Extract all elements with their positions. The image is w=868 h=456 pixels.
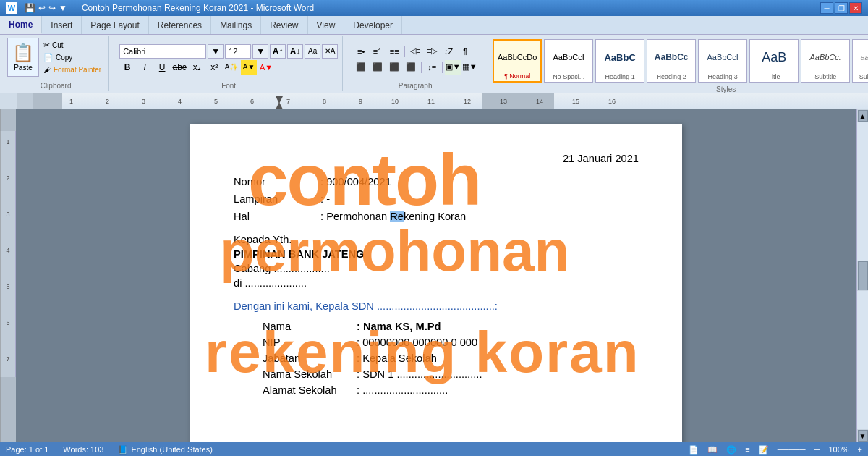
strikethrough-button[interactable]: abc <box>171 60 187 75</box>
svg-text:14: 14 <box>536 98 543 105</box>
increase-indent-button[interactable]: ≡▷ <box>424 44 440 59</box>
font-name-input[interactable] <box>119 44 206 59</box>
document-area: 1 2 3 4 5 6 7 contoh permohonan rekening… <box>0 109 868 442</box>
doc-field-hal: Hal : Permohonan Rekening Koran <box>234 211 639 222</box>
nomor-label: Nomor <box>234 176 320 187</box>
style-subtleem[interactable]: aaBbCcL Subtle Em... <box>852 39 868 83</box>
tab-view[interactable]: View <box>308 16 345 34</box>
style-heading2[interactable]: AaBbCc Heading 2 <box>647 39 696 83</box>
subscript-button[interactable]: x₂ <box>189 60 205 75</box>
app-icon: W <box>6 2 17 14</box>
clipboard-label: Clipboard <box>41 80 72 90</box>
quick-access-save[interactable]: 💾 <box>25 3 35 13</box>
view-web-layout[interactable]: 🌐 <box>726 445 736 455</box>
style-heading1[interactable]: AaBbC Heading 1 <box>595 39 644 83</box>
status-language[interactable]: 📘 English (United States) <box>118 445 213 455</box>
svg-rect-24 <box>0 377 16 442</box>
highlight-button[interactable]: A▼ <box>241 60 257 75</box>
scroll-down-button[interactable]: ▼ <box>858 430 868 442</box>
font-content: ▼ ▼ A↑ A↓ Aa ✕A B I U abc x₂ x² <box>119 38 338 80</box>
font-color-button[interactable]: A▼ <box>258 60 274 75</box>
close-button[interactable]: ✕ <box>849 2 862 14</box>
style-heading1-preview: AaBbC <box>597 41 642 73</box>
align-right-button[interactable]: ⬛ <box>386 60 402 75</box>
sort-button[interactable]: ↕Z <box>441 44 456 59</box>
decrease-indent-button[interactable]: ◁≡ <box>407 44 423 59</box>
doc-person-sekolah: Nama Sekolah : SDN 1 ...................… <box>234 368 639 380</box>
zoom-percent[interactable]: 100% <box>828 445 848 454</box>
scrollbar[interactable]: ▲ ▼ <box>856 109 868 442</box>
align-center-button[interactable]: ⬛ <box>370 60 386 75</box>
view-full-reading[interactable]: 📖 <box>707 445 718 455</box>
jabatan-value: : Kepala Sekolah <box>357 352 639 364</box>
quick-access-redo[interactable]: ↪ <box>48 3 56 13</box>
text-effects-button[interactable]: A✨ <box>224 60 239 75</box>
view-draft[interactable]: 📝 <box>759 445 769 455</box>
svg-text:12: 12 <box>464 98 471 105</box>
tab-mailings[interactable]: Mailings <box>211 16 261 34</box>
bullets-button[interactable]: ≡• <box>353 44 369 59</box>
tab-pagelayout[interactable]: Page Layout <box>82 16 148 34</box>
change-case-button[interactable]: Aa <box>305 44 320 59</box>
borders-button[interactable]: ▦▼ <box>461 60 477 75</box>
tab-review[interactable]: Review <box>261 16 307 34</box>
document-canvas[interactable]: contoh permohonan rekening koran www.tas… <box>16 109 856 442</box>
align-left-button[interactable]: ⬛ <box>353 60 369 75</box>
justify-button[interactable]: ⬛ <box>403 60 419 75</box>
restore-button[interactable]: ❐ <box>835 2 848 14</box>
style-nospacing-label: No Spaci... <box>553 73 584 80</box>
zoom-out-button[interactable]: ─ <box>814 445 820 454</box>
font-name-dropdown[interactable]: ▼ <box>208 44 224 59</box>
show-marks-button[interactable]: ¶ <box>457 44 473 59</box>
zoom-level: ───── <box>778 445 806 454</box>
svg-text:13: 13 <box>500 98 507 105</box>
document-date: 21 Januari 2021 <box>234 153 639 164</box>
shading-button[interactable]: ▣▼ <box>445 60 461 75</box>
font-size-dropdown[interactable]: ▼ <box>252 44 268 59</box>
style-title[interactable]: AaB Title <box>749 39 799 83</box>
view-print-layout[interactable]: 📄 <box>689 445 699 455</box>
scroll-up-button[interactable]: ▲ <box>858 110 868 122</box>
underline-button[interactable]: U <box>154 60 170 75</box>
minimize-button[interactable]: ─ <box>820 2 833 14</box>
view-outline[interactable]: ≡ <box>745 445 749 454</box>
italic-button[interactable]: I <box>137 60 153 75</box>
increase-font-button[interactable]: A↑ <box>270 44 286 59</box>
svg-text:1: 1 <box>69 98 73 105</box>
tab-references[interactable]: References <box>149 16 211 34</box>
style-heading3[interactable]: AaBbCcI Heading 3 <box>698 39 747 83</box>
cut-button[interactable]: ✂ Cut <box>41 40 104 51</box>
tab-insert[interactable]: Insert <box>42 16 82 34</box>
style-heading2-preview: AaBbCc <box>649 41 694 73</box>
tab-developer[interactable]: Developer <box>344 16 402 34</box>
tab-home[interactable]: Home <box>0 16 42 34</box>
style-nospacing[interactable]: AaBbCcI No Spaci... <box>544 39 593 83</box>
window-controls: ─ ❐ ✕ <box>820 2 862 14</box>
sekolah-value: : SDN 1 ............................. <box>357 368 639 380</box>
jabatan-label: Jabatan <box>263 352 357 364</box>
superscript-button[interactable]: x² <box>206 60 222 75</box>
multilevel-button[interactable]: ≡≡ <box>386 44 402 59</box>
style-normal[interactable]: AaBbCcDo ¶ Normal <box>493 39 542 83</box>
nama-label: Nama <box>263 321 357 332</box>
bold-button[interactable]: B <box>119 60 135 75</box>
svg-rect-2 <box>33 93 62 109</box>
font-size-input[interactable] <box>225 44 251 59</box>
zoom-in-button[interactable]: + <box>858 445 862 454</box>
decrease-font-button[interactable]: A↓ <box>287 44 303 59</box>
format-painter-button[interactable]: 🖌 Format Painter <box>41 64 104 75</box>
svg-text:6: 6 <box>6 319 9 326</box>
scroll-thumb[interactable] <box>858 261 868 290</box>
numbering-button[interactable]: ≡1 <box>370 44 386 59</box>
line-spacing-button[interactable]: ↕≡ <box>424 60 440 75</box>
alamat-label: Alamat Sekolah <box>263 384 357 396</box>
style-subtitle[interactable]: AaBbCc. Subtitle <box>801 39 850 83</box>
doc-intro: Dengan ini kami, Kepala SDN ............… <box>234 300 639 312</box>
ruler-inner: 1 2 3 4 5 6 7 8 9 10 11 12 13 14 15 16 <box>33 93 868 109</box>
clear-format-button[interactable]: ✕A <box>322 44 338 59</box>
quick-access-undo[interactable]: ↩ <box>38 3 46 13</box>
style-title-label: Title <box>768 73 780 80</box>
copy-button[interactable]: 📄 Copy <box>41 52 104 63</box>
quick-access-more[interactable]: ▼ <box>59 3 67 13</box>
paste-button[interactable]: 📋 Paste <box>7 38 39 77</box>
